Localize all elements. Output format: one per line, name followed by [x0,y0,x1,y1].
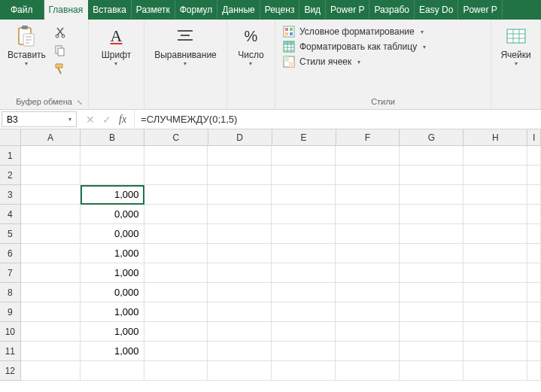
cell[interactable] [144,185,208,205]
cell[interactable] [21,205,81,224]
cut-button[interactable] [53,26,67,39]
number-button[interactable]: % Число ▾ [233,23,269,68]
cell-styles-button[interactable]: Стили ячеек ▾ [283,56,426,68]
cell[interactable] [144,302,208,322]
row-header[interactable]: 12 [0,361,21,381]
cell[interactable] [400,224,463,244]
cell[interactable]: 0,000 [81,224,144,244]
cell[interactable] [208,166,272,185]
cell[interactable] [463,263,527,283]
cell[interactable] [463,342,527,361]
cell[interactable] [336,322,400,342]
cell[interactable] [527,146,541,166]
cell[interactable] [336,224,400,244]
cell[interactable]: 1,000 [81,263,144,283]
cell[interactable] [400,185,463,205]
cell[interactable] [336,342,400,361]
cell[interactable] [336,205,400,224]
row-header[interactable]: 3 [0,185,21,205]
tab-powerpivot-2[interactable]: Power P [458,0,502,20]
tab-data[interactable]: Данные [217,0,260,20]
cell[interactable] [336,185,400,205]
cell[interactable] [144,166,208,185]
select-all-corner[interactable] [0,129,21,146]
cell[interactable] [272,342,336,361]
cell[interactable] [208,342,272,361]
cell[interactable] [272,322,336,342]
cell[interactable] [21,322,81,342]
cell[interactable] [208,361,272,381]
tab-developer[interactable]: Разрабо [369,0,415,20]
cell[interactable] [463,224,527,244]
row-header[interactable]: 10 [0,322,21,342]
cell[interactable] [272,205,336,224]
fx-icon[interactable]: fx [119,114,126,126]
cell[interactable] [21,263,81,283]
column-header[interactable]: E [272,129,336,146]
tab-layout[interactable]: Разметк [132,0,175,20]
cell[interactable] [400,322,463,342]
cell[interactable] [144,322,208,342]
cell[interactable] [144,283,208,302]
cell[interactable]: 0,000 [81,205,144,224]
row-header[interactable]: 5 [0,224,21,244]
alignment-button[interactable]: Выравнивание ▾ [150,23,221,68]
cells-button[interactable]: Ячейки ▾ [496,23,535,68]
cell[interactable] [272,146,336,166]
cell[interactable] [400,166,463,185]
tab-formulas[interactable]: Формул [175,0,218,20]
column-header[interactable]: B [81,129,144,146]
tab-view[interactable]: Вид [299,0,326,20]
format-painter-button[interactable] [53,62,67,75]
tab-home[interactable]: Главная [44,0,89,20]
row-header[interactable]: 4 [0,205,21,224]
cell[interactable] [463,166,527,185]
cell[interactable] [144,263,208,283]
cell[interactable] [527,205,541,224]
row-header[interactable]: 11 [0,342,21,361]
cell[interactable] [527,283,541,302]
cell[interactable] [463,302,527,322]
cell[interactable]: 1,000 [81,185,144,205]
cell[interactable] [527,185,541,205]
row-header[interactable]: 1 [0,146,21,166]
cell[interactable]: 1,000 [81,302,144,322]
cell[interactable] [21,361,81,381]
cell[interactable] [21,185,81,205]
cell[interactable] [81,361,144,381]
cell[interactable] [81,146,144,166]
row-header[interactable]: 6 [0,244,21,263]
dialog-launcher-icon[interactable]: ⤡ [76,99,84,106]
tab-easydo[interactable]: Easy Do [415,0,458,20]
cell[interactable] [208,263,272,283]
cell[interactable] [400,283,463,302]
cell[interactable] [272,302,336,322]
cell[interactable] [272,263,336,283]
cell[interactable] [463,244,527,263]
format-as-table-button[interactable]: Форматировать как таблицу ▾ [283,41,426,53]
cell[interactable] [400,244,463,263]
cell[interactable] [208,283,272,302]
conditional-formatting-button[interactable]: Условное форматирование ▾ [283,26,426,38]
cell[interactable]: 1,000 [81,244,144,263]
cell[interactable] [208,185,272,205]
cell[interactable] [144,205,208,224]
column-header[interactable]: H [463,129,527,146]
name-box[interactable]: B3 ▾ [2,111,77,127]
cell[interactable] [400,342,463,361]
cell[interactable]: 1,000 [81,342,144,361]
cell[interactable] [144,244,208,263]
cell[interactable] [463,283,527,302]
cell[interactable] [463,322,527,342]
cell[interactable] [527,361,541,381]
tab-file[interactable]: Файл [0,0,44,20]
row-header[interactable]: 9 [0,302,21,322]
cell[interactable] [272,224,336,244]
row-header[interactable]: 2 [0,166,21,185]
cell[interactable] [336,302,400,322]
cell[interactable] [272,283,336,302]
cell[interactable] [208,205,272,224]
cell[interactable] [208,302,272,322]
cell[interactable] [400,302,463,322]
cell[interactable]: 1,000 [81,322,144,342]
